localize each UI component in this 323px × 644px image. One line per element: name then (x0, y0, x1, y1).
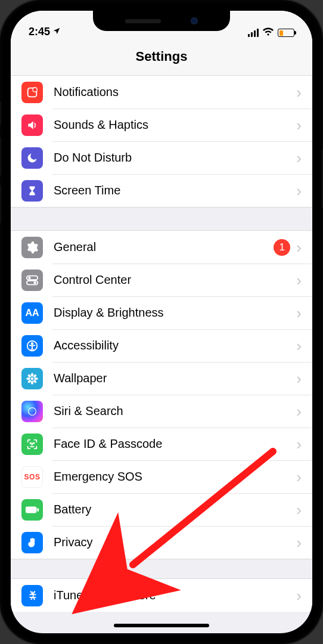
person-circle-icon (21, 335, 43, 357)
appstore-icon (21, 585, 43, 606)
svg-point-3 (28, 276, 30, 278)
row-notifications[interactable]: Notifications › (11, 76, 312, 109)
settings-group-store: iTunes & App Store › (11, 579, 312, 612)
row-label: Wallpaper (54, 371, 296, 385)
phone-frame: 2:45 Settings (0, 0, 323, 644)
chevron-right-icon: › (296, 588, 302, 603)
home-indicator[interactable] (114, 624, 209, 627)
row-dnd[interactable]: Do Not Disturb › (11, 141, 312, 174)
row-general[interactable]: General 1 › (11, 231, 312, 264)
face-id-icon (21, 434, 43, 455)
chevron-right-icon: › (296, 338, 302, 354)
svg-point-14 (33, 373, 37, 377)
row-label: Battery (54, 503, 296, 516)
svg-point-19 (33, 442, 34, 443)
location-arrow-icon (52, 27, 61, 37)
icon-text: AA (25, 308, 39, 318)
notification-badge: 1 (274, 239, 290, 256)
row-label: Sounds & Haptics (54, 118, 296, 132)
svg-point-9 (31, 373, 33, 376)
row-label: Accessibility (54, 339, 296, 352)
hourglass-icon (21, 180, 43, 202)
mute-switch[interactable] (0, 101, 1, 125)
speaker-icon (21, 114, 43, 136)
aa-icon: AA (21, 302, 43, 324)
row-display[interactable]: AA Display & Brightness › (11, 296, 312, 329)
battery-icon (21, 499, 43, 521)
wifi-icon (262, 27, 274, 38)
svg-rect-20 (26, 506, 36, 513)
svg-point-5 (33, 281, 36, 284)
row-controlcenter[interactable]: Control Center › (11, 264, 312, 296)
row-label: General (54, 240, 274, 254)
hand-icon (21, 532, 43, 553)
svg-point-12 (34, 377, 38, 379)
clock-text: 2:45 (29, 26, 50, 38)
svg-point-8 (31, 377, 34, 380)
chevron-right-icon: › (296, 273, 302, 288)
gear-icon (21, 237, 43, 258)
notch (93, 11, 230, 31)
row-privacy[interactable]: Privacy › (11, 526, 312, 559)
settings-group-alerts: Notifications › Sounds & Haptics › Do No… (11, 76, 312, 207)
svg-point-13 (27, 373, 32, 377)
svg-point-7 (32, 342, 33, 344)
row-label: Privacy (54, 535, 296, 549)
svg-point-10 (31, 380, 33, 384)
earpiece (125, 19, 161, 23)
screen: 2:45 Settings (11, 11, 312, 633)
row-itunes[interactable]: iTunes & App Store › (11, 579, 312, 612)
moon-icon (21, 147, 43, 169)
section-gap (11, 207, 312, 231)
chevron-right-icon: › (296, 469, 302, 485)
row-battery[interactable]: Battery › (11, 493, 312, 526)
row-label: Emergency SOS (54, 470, 296, 484)
svg-point-15 (27, 379, 32, 383)
siri-icon (21, 401, 43, 422)
volume-down-button[interactable] (0, 185, 1, 224)
section-gap (11, 559, 312, 579)
svg-point-18 (30, 442, 31, 443)
chevron-right-icon: › (296, 305, 302, 321)
page-title: Settings (11, 41, 312, 76)
row-label: Control Center (54, 273, 296, 287)
row-sos[interactable]: SOS Emergency SOS › (11, 460, 312, 493)
row-siri[interactable]: Siri & Search › (11, 395, 312, 428)
row-screentime[interactable]: Screen Time › (11, 174, 312, 207)
chevron-right-icon: › (296, 404, 302, 419)
status-right (248, 27, 294, 38)
row-label: Notifications (54, 85, 296, 99)
chevron-right-icon: › (296, 183, 302, 199)
flower-icon (21, 368, 43, 389)
icon-text: SOS (24, 473, 41, 481)
row-accessibility[interactable]: Accessibility › (11, 329, 312, 362)
row-faceid[interactable]: Face ID & Passcode › (11, 428, 312, 460)
settings-list[interactable]: Notifications › Sounds & Haptics › Do No… (11, 76, 312, 633)
row-label: Screen Time (54, 184, 296, 197)
row-label: iTunes & App Store (54, 589, 296, 602)
cell-signal-icon (248, 29, 259, 37)
row-label: Display & Brightness (54, 306, 296, 320)
status-time: 2:45 (29, 26, 61, 38)
chevron-right-icon: › (296, 535, 302, 550)
row-label: Siri & Search (54, 404, 296, 418)
chevron-right-icon: › (296, 150, 302, 166)
svg-point-16 (33, 379, 37, 383)
chevron-right-icon: › (296, 117, 302, 133)
notification-icon (21, 82, 43, 103)
front-camera (191, 17, 198, 24)
settings-group-main: General 1 › Control Center › AA Display … (11, 231, 312, 559)
svg-point-11 (26, 377, 30, 379)
sos-icon: SOS (21, 466, 43, 488)
chevron-right-icon: › (296, 240, 302, 255)
row-label: Do Not Disturb (54, 151, 296, 165)
row-wallpaper[interactable]: Wallpaper › (11, 362, 312, 395)
svg-point-17 (29, 407, 36, 415)
chevron-right-icon: › (296, 371, 302, 386)
chevron-right-icon: › (296, 436, 302, 452)
chevron-right-icon: › (296, 85, 302, 100)
toggles-icon (21, 270, 43, 291)
volume-up-button[interactable] (0, 137, 1, 176)
battery-icon (278, 29, 294, 37)
row-sounds[interactable]: Sounds & Haptics › (11, 109, 312, 141)
